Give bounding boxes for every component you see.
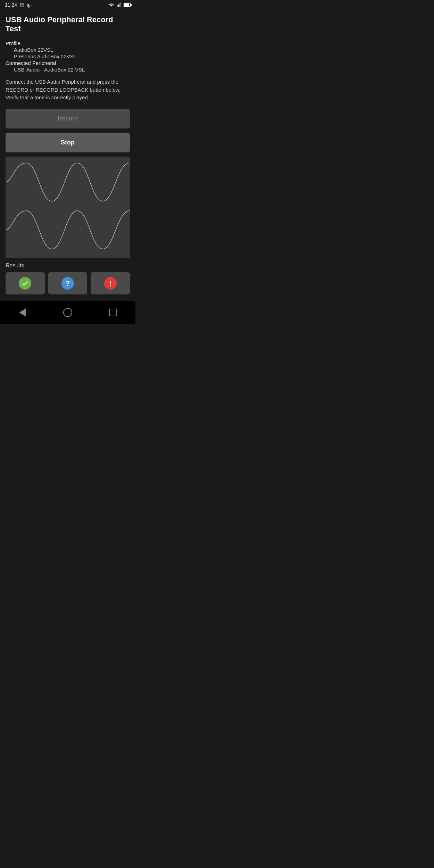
svg-rect-4: [6, 157, 130, 259]
nav-bar: [0, 301, 135, 324]
page-title: USB Audio Peripheral Record Test: [6, 15, 130, 33]
svg-rect-0: [117, 5, 117, 7]
result-unknown-button[interactable]: ?: [48, 272, 87, 294]
waveform-display: [6, 157, 130, 259]
back-icon: [19, 308, 26, 317]
profile-section: Profile AudioBox 22VSL Presonus AudioBox…: [6, 40, 130, 73]
svg-rect-3: [120, 2, 121, 7]
svg-rect-1: [118, 5, 119, 7]
description-text: Connect the USB Audio Peripheral and pre…: [6, 78, 130, 102]
back-button[interactable]: [16, 306, 30, 319]
ip-label: ip: [27, 2, 31, 8]
status-right: [108, 2, 131, 7]
question-icon: ?: [61, 277, 74, 290]
image-icon: 🖼: [20, 2, 24, 7]
result-success-button[interactable]: [6, 272, 45, 294]
status-bar: 11:24 🖼 ip: [0, 0, 135, 10]
profile-label: Profile: [6, 40, 130, 46]
signal-icon: [117, 2, 122, 7]
stop-button[interactable]: Stop: [6, 133, 130, 152]
connected-value: USB-Audio - AudioBox 22 VSL: [6, 67, 130, 73]
check-icon: [19, 277, 31, 290]
status-left: 11:24 🖼 ip: [5, 2, 31, 8]
home-icon: [63, 308, 72, 317]
svg-rect-2: [119, 3, 120, 7]
exclamation-icon: !: [104, 277, 117, 290]
connected-label: Connected Peripheral: [6, 60, 130, 66]
record-button[interactable]: Record: [6, 109, 130, 128]
results-buttons: ? !: [6, 272, 130, 294]
time-display: 11:24: [5, 2, 17, 8]
result-error-button[interactable]: !: [91, 272, 130, 294]
wifi-icon: [108, 2, 115, 7]
waveform-svg: [6, 157, 130, 259]
recent-button[interactable]: [106, 306, 120, 319]
battery-icon: [124, 3, 131, 7]
profile-line1: AudioBox 22VSL: [6, 47, 130, 53]
main-content: USB Audio Peripheral Record Test Profile…: [0, 10, 135, 294]
home-button[interactable]: [61, 306, 75, 319]
results-label: Results...: [6, 262, 130, 269]
profile-line2: Presonus AudioBox 22VSL: [6, 53, 130, 59]
recent-icon: [109, 309, 117, 316]
